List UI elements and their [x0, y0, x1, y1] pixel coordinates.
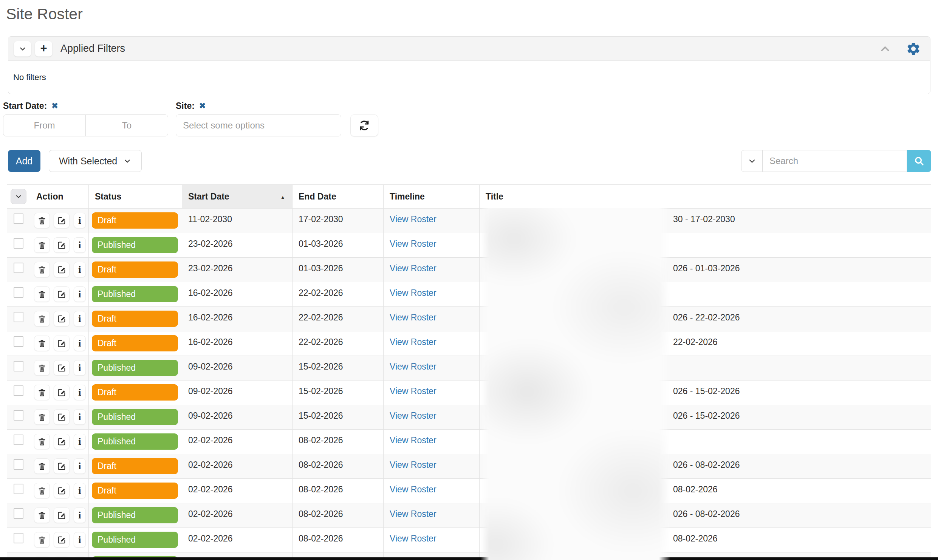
info-button[interactable]: i [74, 237, 86, 253]
view-roster-link[interactable]: View Roster [390, 337, 436, 347]
edit-icon [57, 510, 67, 520]
select-cell [7, 405, 30, 430]
view-roster-link[interactable]: View Roster [390, 484, 436, 494]
delete-button[interactable] [34, 385, 50, 400]
search-button[interactable] [907, 150, 931, 172]
edit-button[interactable] [54, 458, 70, 474]
delete-button[interactable] [34, 409, 50, 425]
table-row: i Draft 02-02-2026 08-02-2026 View Roste… [7, 479, 931, 503]
row-checkbox[interactable] [14, 484, 23, 494]
column-header-action[interactable]: Action [30, 185, 89, 209]
view-roster-link[interactable]: View Roster [390, 411, 436, 421]
edit-button[interactable] [54, 360, 70, 376]
info-button[interactable]: i [74, 360, 86, 376]
timeline-cell: View Roster [384, 503, 480, 528]
edit-button[interactable] [54, 507, 70, 523]
info-button[interactable]: i [74, 507, 86, 523]
search-input[interactable] [763, 150, 907, 172]
info-button[interactable]: i [74, 434, 86, 449]
no-filters-text: No filters [13, 73, 46, 82]
column-header-start-date[interactable]: Start Date ▲ [182, 185, 293, 209]
clear-site-icon[interactable]: ✖ [199, 101, 206, 110]
view-roster-link[interactable]: View Roster [390, 460, 436, 470]
info-button[interactable]: i [74, 458, 86, 474]
edit-button[interactable] [54, 409, 70, 425]
info-button[interactable]: i [74, 311, 86, 326]
delete-button[interactable] [34, 434, 50, 449]
info-button[interactable]: i [74, 336, 86, 351]
edit-button[interactable] [54, 434, 70, 449]
edit-button[interactable] [54, 311, 70, 326]
add-button[interactable]: Add [8, 150, 40, 172]
view-roster-link[interactable]: View Roster [390, 214, 436, 224]
view-roster-link[interactable]: View Roster [390, 312, 436, 322]
info-button[interactable]: i [74, 286, 86, 302]
row-checkbox[interactable] [14, 312, 23, 322]
chevron-up-icon[interactable] [879, 42, 892, 55]
with-selected-dropdown[interactable]: With Selected [49, 150, 142, 172]
delete-button[interactable] [34, 483, 50, 498]
end-date-cell: 08-02-2026 [293, 503, 384, 528]
status-badge: Published [92, 237, 178, 253]
view-roster-link[interactable]: View Roster [390, 534, 436, 543]
add-filter-button[interactable]: + [35, 41, 53, 57]
column-header-status[interactable]: Status [89, 185, 182, 209]
row-checkbox[interactable] [14, 508, 23, 519]
refresh-button[interactable] [350, 114, 378, 136]
view-roster-link[interactable]: View Roster [390, 288, 436, 298]
row-checkbox[interactable] [14, 435, 23, 445]
delete-button[interactable] [34, 458, 50, 474]
delete-button[interactable] [34, 336, 50, 351]
info-button[interactable]: i [74, 385, 86, 400]
row-checkbox[interactable] [14, 410, 23, 421]
row-checkbox[interactable] [14, 385, 23, 396]
clear-start-date-icon[interactable]: ✖ [51, 101, 58, 110]
edit-button[interactable] [54, 385, 70, 400]
edit-button[interactable] [54, 237, 70, 253]
view-roster-link[interactable]: View Roster [390, 239, 436, 249]
gear-icon[interactable] [906, 41, 921, 56]
row-checkbox[interactable] [14, 459, 23, 470]
row-checkbox[interactable] [14, 336, 23, 347]
view-roster-link[interactable]: View Roster [390, 386, 436, 396]
info-button[interactable]: i [74, 409, 86, 425]
column-header-timeline[interactable]: Timeline [384, 185, 480, 209]
select-all-dropdown[interactable] [11, 189, 26, 204]
delete-button[interactable] [34, 213, 50, 228]
start-date-from-input[interactable] [3, 115, 86, 136]
edit-button[interactable] [54, 532, 70, 548]
row-checkbox[interactable] [14, 213, 23, 224]
edit-button[interactable] [54, 286, 70, 302]
delete-button[interactable] [34, 507, 50, 523]
column-header-end-date[interactable]: End Date [293, 185, 384, 209]
row-checkbox[interactable] [14, 361, 23, 371]
edit-button[interactable] [54, 483, 70, 498]
view-roster-link[interactable]: View Roster [390, 263, 436, 273]
trash-icon [37, 290, 46, 299]
info-button[interactable]: i [74, 532, 86, 548]
view-roster-link[interactable]: View Roster [390, 362, 436, 371]
column-header-title[interactable]: Title [480, 185, 931, 209]
edit-button[interactable] [54, 262, 70, 277]
delete-button[interactable] [34, 286, 50, 302]
row-checkbox[interactable] [14, 238, 23, 249]
delete-button[interactable] [34, 237, 50, 253]
view-roster-link[interactable]: View Roster [390, 435, 436, 445]
row-checkbox[interactable] [14, 263, 23, 273]
search-options-dropdown[interactable] [741, 150, 763, 172]
delete-button[interactable] [34, 360, 50, 376]
start-date-to-input[interactable] [86, 115, 168, 136]
delete-button[interactable] [34, 311, 50, 326]
edit-button[interactable] [54, 336, 70, 351]
info-button[interactable]: i [74, 483, 86, 498]
delete-button[interactable] [34, 532, 50, 548]
view-roster-link[interactable]: View Roster [390, 509, 436, 519]
collapse-toggle-button[interactable] [14, 41, 31, 57]
edit-button[interactable] [54, 213, 70, 228]
delete-button[interactable] [34, 262, 50, 277]
row-checkbox[interactable] [14, 533, 23, 543]
info-button[interactable]: i [74, 262, 86, 277]
row-checkbox[interactable] [14, 287, 23, 298]
site-select-input[interactable] [176, 114, 341, 136]
info-button[interactable]: i [74, 213, 86, 228]
